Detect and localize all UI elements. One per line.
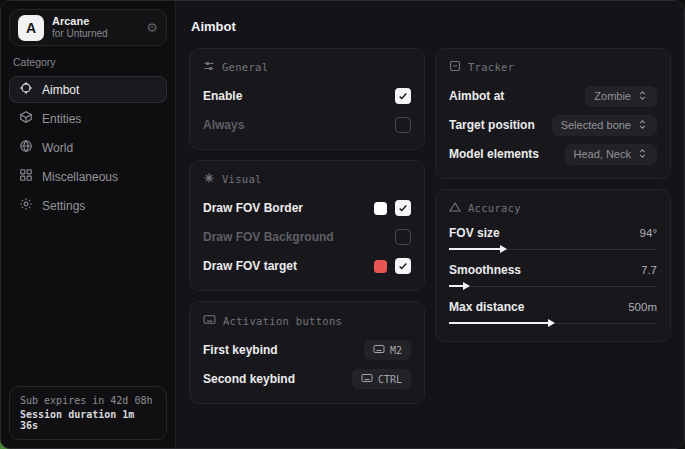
activation-card: Activation buttons First keybind M2 <box>189 301 425 404</box>
keyboard-icon <box>373 343 385 357</box>
fov-size-slider-block: FOV size 94° <box>449 226 657 254</box>
app-logo: A <box>18 15 44 41</box>
setting-label: Second keybind <box>203 372 295 386</box>
chevrons-up-down-icon <box>637 119 648 132</box>
setting-label: Enable <box>203 89 242 103</box>
slider-fill <box>449 248 503 250</box>
sidebar-item-label: World <box>42 141 73 155</box>
aimbot-at-dropdown[interactable]: Zombie <box>585 86 657 107</box>
session-duration-text: Session duration 1m 36s <box>20 409 156 431</box>
keyboard-icon <box>361 372 373 386</box>
sidebar-item-miscellaneous[interactable]: Miscellaneous <box>9 163 167 190</box>
setting-row-model-elements: Model elements Head, Neck <box>449 143 657 165</box>
card-header-label: Tracker <box>468 61 514 73</box>
max-distance-slider[interactable] <box>449 318 657 328</box>
setting-label: Draw FOV Border <box>203 201 303 215</box>
sidebar-item-world[interactable]: World <box>9 134 167 161</box>
tracker-card: Tracker Aimbot at Zombie T <box>435 48 671 179</box>
page-title: Aimbot <box>191 19 669 34</box>
color-swatch[interactable] <box>374 260 387 273</box>
setting-row-aimbot-at: Aimbot at Zombie <box>449 85 657 107</box>
sidebar-item-settings[interactable]: Settings <box>9 192 167 219</box>
keyboard-icon <box>203 313 216 328</box>
dropdown-value: Zombie <box>594 90 631 102</box>
first-keybind-button[interactable]: M2 <box>364 340 411 360</box>
slider-thumb[interactable] <box>548 319 555 327</box>
setting-label: Model elements <box>449 147 539 161</box>
slider-fill <box>449 322 551 324</box>
card-header-label: Activation buttons <box>223 315 342 327</box>
setting-row-fov-border: Draw FOV Border <box>203 197 411 219</box>
general-card: General Enable Always <box>189 48 425 150</box>
slider-value: 7.7 <box>641 264 657 276</box>
sparkle-icon <box>203 172 215 186</box>
setting-label: Target position <box>449 118 535 132</box>
sidebar-item-label: Entities <box>42 112 81 126</box>
setting-row-first-keybind: First keybind M2 <box>203 339 411 361</box>
card-header-label: Accuracy <box>468 202 521 214</box>
main-content: Aimbot General Enable <box>176 1 684 448</box>
setting-label: First keybind <box>203 343 278 357</box>
card-header-label: Visual <box>222 173 262 185</box>
setting-row-enable: Enable <box>203 85 411 107</box>
left-column: General Enable Always <box>189 48 425 404</box>
fov-target-checkbox[interactable] <box>395 258 411 274</box>
sidebar-nav: Aimbot Entities World <box>9 76 167 219</box>
fov-background-checkbox[interactable] <box>395 229 411 245</box>
sidebar-item-entities[interactable]: Entities <box>9 105 167 132</box>
smoothness-slider[interactable] <box>449 281 657 291</box>
fov-size-slider[interactable] <box>449 244 657 254</box>
slider-rail <box>449 286 657 288</box>
app-window: A Arcane for Unturned ⚙ Category Aimbot <box>0 0 685 449</box>
app-titles: Arcane for Unturned <box>52 15 138 39</box>
setting-label: Always <box>203 118 244 132</box>
sidebar-item-label: Aimbot <box>42 83 79 97</box>
setting-row-second-keybind: Second keybind CTRL <box>203 368 411 390</box>
dropdown-value: Head, Neck <box>574 148 631 160</box>
setting-row-target-position: Target position Selected bone <box>449 114 657 136</box>
visual-card-header: Visual <box>203 172 411 186</box>
model-elements-dropdown[interactable]: Head, Neck <box>565 144 657 165</box>
sidebar: A Arcane for Unturned ⚙ Category Aimbot <box>1 1 176 448</box>
app-subtitle: for Unturned <box>52 28 138 40</box>
crosshair-icon <box>19 81 33 98</box>
triangle-icon <box>449 201 461 215</box>
setting-row-always: Always <box>203 114 411 136</box>
setting-row-fov-background: Draw FOV Background <box>203 226 411 248</box>
fov-border-checkbox[interactable] <box>395 200 411 216</box>
right-column: Tracker Aimbot at Zombie T <box>435 48 671 342</box>
sliders-icon <box>203 60 215 74</box>
slider-value: 500m <box>628 301 657 313</box>
setting-label: FOV size <box>449 226 500 240</box>
setting-label: Max distance <box>449 300 524 314</box>
sidebar-gear-icon[interactable]: ⚙ <box>146 21 158 34</box>
slider-thumb[interactable] <box>463 282 470 290</box>
slider-thumb[interactable] <box>500 245 507 253</box>
keybind-value: CTRL <box>378 374 402 385</box>
sidebar-item-label: Settings <box>42 199 85 213</box>
sub-expiry-text: Sub expires in 42d 08h <box>20 395 156 406</box>
chevrons-up-down-icon <box>637 148 648 161</box>
globe-icon <box>19 139 33 156</box>
setting-label: Smoothness <box>449 263 521 277</box>
second-keybind-button[interactable]: CTRL <box>352 369 411 389</box>
app-header: A Arcane for Unturned ⚙ <box>9 9 167 46</box>
color-swatch[interactable] <box>374 202 387 215</box>
category-label: Category <box>13 56 163 68</box>
accuracy-card-header: Accuracy <box>449 201 657 215</box>
chevrons-up-down-icon <box>637 90 648 103</box>
max-distance-slider-block: Max distance 500m <box>449 300 657 328</box>
accuracy-card: Accuracy FOV size 94° <box>435 189 671 342</box>
activation-card-header: Activation buttons <box>203 313 411 328</box>
always-checkbox[interactable] <box>395 117 411 133</box>
entities-icon <box>19 110 33 127</box>
slider-value: 94° <box>640 227 657 239</box>
target-position-dropdown[interactable]: Selected bone <box>552 115 657 136</box>
scan-icon <box>449 60 461 74</box>
enable-checkbox[interactable] <box>395 88 411 104</box>
app-name: Arcane <box>52 15 138 28</box>
keybind-value: M2 <box>390 345 402 356</box>
sidebar-item-aimbot[interactable]: Aimbot <box>9 76 167 103</box>
setting-row-fov-target: Draw FOV target <box>203 255 411 277</box>
general-card-header: General <box>203 60 411 74</box>
